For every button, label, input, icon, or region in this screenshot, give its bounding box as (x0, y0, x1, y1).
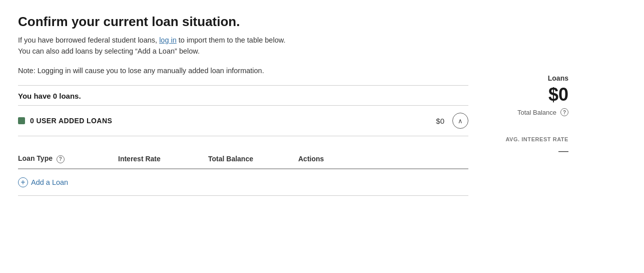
chevron-up-icon: ∧ (458, 117, 463, 125)
total-balance-help-icon[interactable]: ? (560, 108, 568, 116)
loan-type-help-icon[interactable]: ? (57, 155, 65, 163)
sidebar-loans-label: Loans (488, 74, 568, 82)
sidebar: Loans $0 Total Balance ? AVG. INTEREST R… (468, 14, 568, 259)
table-header-row: Loan Type ? Interest Rate Total Balance … (18, 145, 468, 169)
sidebar-avg-value: — (488, 145, 568, 157)
col-header-actions: Actions (298, 155, 388, 163)
login-link[interactable]: log in (159, 36, 177, 44)
spacer (18, 136, 468, 145)
note-text: Note: Logging in will cause you to lose … (18, 65, 468, 76)
main-content: Confirm your current loan situation. If … (18, 14, 468, 259)
add-loan-icon: + (18, 177, 28, 187)
add-loan-row: + Add a Loan (18, 169, 468, 196)
loan-group-amount: $0 (436, 117, 444, 125)
add-loan-label: Add a Loan (31, 178, 68, 186)
intro-line2: You can also add loans by selecting “Add… (18, 47, 200, 55)
col-header-total-balance: Total Balance (208, 155, 298, 163)
col-header-loan-type: Loan Type ? (18, 154, 118, 163)
intro-before-link: If you have borrowed federal student loa… (18, 36, 157, 44)
intro-after-link: to import them to the table below. (179, 36, 286, 44)
collapse-button[interactable]: ∧ (452, 113, 468, 129)
sidebar-loans-amount: $0 (488, 84, 568, 105)
loan-count: You have 0 loans. (18, 92, 468, 100)
sidebar-total-balance-label: Total Balance (517, 109, 556, 116)
loan-group-label: 0 USER ADDED LOANS (30, 117, 436, 125)
loan-group-header: 0 USER ADDED LOANS $0 ∧ (18, 106, 468, 136)
intro-text: If you have borrowed federal student loa… (18, 35, 468, 57)
top-divider (18, 85, 468, 86)
loan-group-indicator (18, 117, 25, 124)
add-loan-button[interactable]: + Add a Loan (18, 177, 68, 187)
sidebar-avg-label: AVG. INTEREST RATE (488, 136, 568, 142)
col-header-interest-rate: Interest Rate (118, 155, 208, 163)
page-title: Confirm your current loan situation. (18, 14, 468, 30)
sidebar-total-balance: Total Balance ? (488, 108, 568, 116)
page-wrapper: Confirm your current loan situation. If … (0, 0, 644, 273)
